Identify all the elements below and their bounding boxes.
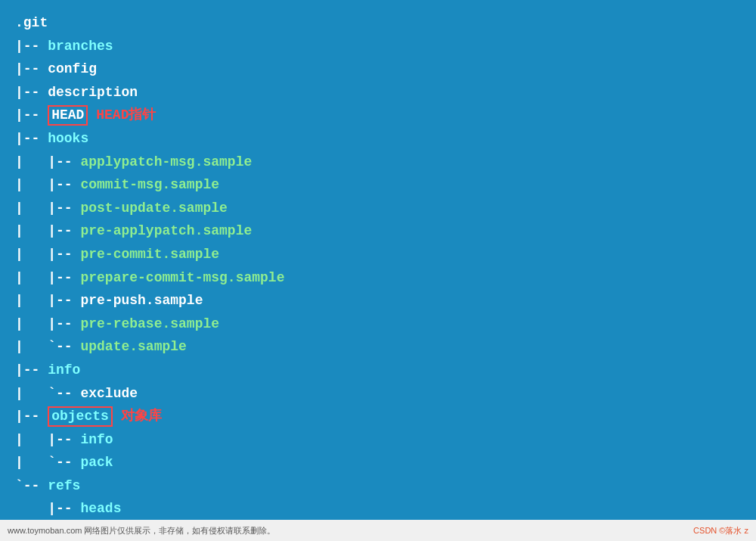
item-refs: refs [48,474,80,498]
item-heads: heads [80,497,121,521]
line-objects: |-- objects 对象库 [15,405,741,428]
objects-annotation: 对象库 [121,405,162,428]
line-description: |-- description [15,81,741,104]
item-head: HEAD [48,105,88,126]
item-pre-applypatch: pre-applypatch.sample [80,219,252,243]
item-applypatch: applypatch-msg.sample [80,151,252,174]
item-exclude: exclude [80,382,138,406]
line-objects-pack: | `-- pack [15,451,741,474]
line-hooks: |-- hooks [15,127,741,151]
item-objects-pack: pack [80,451,113,474]
item-pre-commit: pre-commit.sample [80,243,219,266]
main-content: .git |-- branches |-- config |-- descrip… [0,0,756,541]
line-post-update: | |-- post-update.sample [15,197,741,220]
footer: www.toymoban.com 网络图片仅供展示，非存储，如有侵权请联系删除。… [0,520,756,541]
line-prepare-commit-msg: | |-- prepare-commit-msg.sample [15,266,741,290]
line-update: | `-- update.sample [15,335,741,359]
item-description: description [48,81,138,104]
item-objects: objects [48,406,113,427]
line-commit-msg: | |-- commit-msg.sample [15,173,741,197]
item-prepare-commit-msg: prepare-commit-msg.sample [80,266,284,290]
line-config: |-- config [15,58,741,81]
line-pre-commit: | |-- pre-commit.sample [15,243,741,266]
line-pre-applypatch: | |-- pre-applypatch.sample [15,219,741,243]
item-info: info [48,359,80,382]
item-commit-msg: commit-msg.sample [80,173,219,197]
item-config: config [48,58,97,81]
line-branches: |-- branches [15,35,741,58]
item-post-update: post-update.sample [80,197,227,220]
item-pre-push: pre-push.sample [80,289,203,312]
footer-left-text: www.toymoban.com 网络图片仅供展示，非存储，如有侵权请联系删除。 [8,525,275,536]
line-objects-info: | |-- info [15,428,741,452]
line-applypatch: | |-- applypatch-msg.sample [15,151,741,174]
root-line: .git [15,11,741,35]
head-annotation: HEAD指针 [96,104,156,127]
line-heads: |-- heads [15,497,741,521]
item-objects-info: info [80,428,113,452]
line-info: |-- info [15,359,741,382]
item-update: update.sample [80,335,186,359]
item-pre-rebase: pre-rebase.sample [80,312,219,336]
footer-right-text: CSDN ©落水 z [693,525,748,536]
line-pre-push: | |-- pre-push.sample [15,289,741,312]
item-hooks: hooks [48,127,88,151]
line-refs: `-- refs [15,474,741,498]
line-exclude: | `-- exclude [15,382,741,406]
line-head: |-- HEAD HEAD指针 [15,104,741,127]
line-pre-rebase: | |-- pre-rebase.sample [15,312,741,336]
item-branches: branches [48,35,113,58]
root-name: .git [15,11,48,35]
